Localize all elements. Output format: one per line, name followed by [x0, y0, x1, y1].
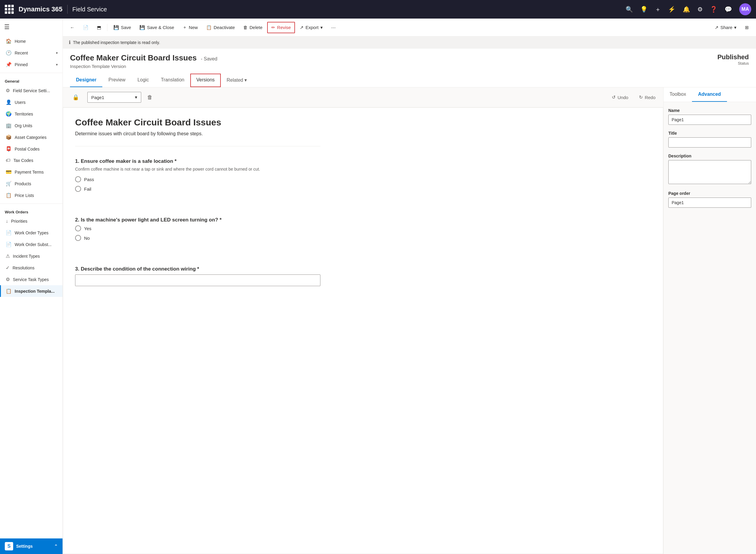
delete-page-button[interactable]: 🗑: [145, 92, 155, 103]
tab-preview[interactable]: Preview: [102, 74, 131, 87]
tab-logic[interactable]: Logic: [131, 74, 155, 87]
add-icon[interactable]: ＋: [655, 5, 661, 13]
revise-button[interactable]: ✏ Revise: [267, 22, 295, 33]
search-icon[interactable]: 🔍: [626, 6, 633, 13]
notification-icon[interactable]: 🔔: [683, 6, 690, 13]
tab-related[interactable]: Related ▾: [221, 74, 253, 87]
sidebar-item-work-order-types[interactable]: 📄 Work Order Types: [0, 227, 63, 238]
sidebar-label-incident-types: Incident Types: [13, 254, 40, 259]
cmd-separator-1: [107, 24, 108, 31]
radio-pass[interactable]: Pass: [75, 176, 320, 182]
sidebar-item-payment-terms[interactable]: 💳 Payment Terms: [0, 166, 63, 178]
back-button[interactable]: ←: [66, 22, 78, 32]
sidebar-item-field-service-settings[interactable]: ⚙ Field Service Setti...: [0, 85, 63, 96]
radio-yes[interactable]: Yes: [75, 225, 320, 231]
save-close-button[interactable]: 💾 Save & Close: [136, 22, 178, 33]
tab-versions[interactable]: Versions: [190, 74, 220, 87]
sidebar-label-postal-codes: Postal Codes: [15, 147, 40, 152]
priority-icon: ↓: [6, 219, 8, 224]
sidebar-item-products[interactable]: 🛒 Products: [0, 178, 63, 189]
question-3-input[interactable]: [75, 274, 320, 286]
sidebar-label-price-lists: Price Lists: [15, 193, 34, 198]
sidebar-item-recent[interactable]: 🕐 Recent ▾: [0, 47, 63, 59]
user-avatar[interactable]: MA: [739, 3, 751, 15]
chat-icon[interactable]: 💬: [724, 6, 732, 13]
undo-button[interactable]: ↺ Undo: [609, 93, 631, 102]
page-order-input[interactable]: [668, 198, 751, 208]
sidebar-divider-1: [0, 73, 63, 73]
radio-label-no: No: [84, 235, 90, 241]
sidebar-label-home: Home: [15, 39, 26, 44]
deactivate-icon: 📋: [206, 25, 212, 30]
sidebar-label-resolutions: Resolutions: [12, 266, 35, 270]
brand-name[interactable]: Dynamics 365: [18, 5, 63, 13]
delete-button[interactable]: 🗑 Delete: [240, 22, 266, 32]
sidebar-item-users[interactable]: 👤 Users: [0, 96, 63, 108]
save-button[interactable]: 💾 Save: [110, 22, 135, 33]
sidebar-item-pinned[interactable]: 📌 Pinned ▾: [0, 59, 63, 70]
sidebar-item-priorities[interactable]: ↓ Priorities: [0, 216, 63, 227]
sidebar-settings-item[interactable]: S Settings ⌃: [0, 539, 63, 554]
resolution-icon: ✓: [6, 265, 10, 271]
tab-translation[interactable]: Translation: [155, 74, 191, 87]
page-dropdown[interactable]: Page1 ▾: [87, 92, 141, 103]
sidebar-item-inspection-templates[interactable]: 📋 Inspection Templa...: [0, 285, 63, 297]
sidebar-section-general: General: [0, 75, 63, 85]
page-view-button[interactable]: 📄: [79, 22, 92, 33]
filter-icon[interactable]: ⚡: [668, 6, 676, 13]
save-close-icon: 💾: [139, 25, 145, 30]
share-button[interactable]: ↗ Share ▾: [711, 22, 740, 33]
radio-no[interactable]: No: [75, 235, 320, 241]
name-input[interactable]: [668, 115, 751, 125]
chevron-down-icon-2: ▾: [56, 63, 58, 67]
layout-toggle-button[interactable]: ⊞: [741, 22, 752, 33]
question-1-desc: Confirm coffee machine is not near a tap…: [75, 167, 320, 171]
sidebar-item-territories[interactable]: 🌍 Territories: [0, 108, 63, 120]
right-tab-advanced[interactable]: Advanced: [692, 88, 727, 102]
pin-icon: 📌: [6, 62, 12, 67]
sidebar-label-recent: Recent: [15, 51, 28, 55]
sidebar-item-work-order-subst[interactable]: 📄 Work Order Subst...: [0, 238, 63, 250]
right-tab-toolbox[interactable]: Toolbox: [664, 88, 692, 102]
export-button[interactable]: ↗ Export ▾: [296, 22, 326, 33]
canvas-inner: Coffee Maker Circuit Board Issues Determ…: [75, 117, 320, 291]
sidebar-item-home[interactable]: 🏠 Home: [0, 35, 63, 47]
deactivate-button[interactable]: 📋 Deactivate: [202, 22, 239, 33]
sidebar-label-tax-codes: Tax Codes: [13, 158, 33, 163]
export-icon: ↗: [300, 25, 304, 30]
sidebar-item-resolutions[interactable]: ✓ Resolutions: [0, 262, 63, 274]
page-name-label: Page1: [91, 95, 104, 100]
app-launcher-icon[interactable]: [5, 5, 14, 14]
description-textarea[interactable]: [668, 160, 751, 184]
redo-button[interactable]: ↻ Redo: [636, 93, 658, 102]
sidebar-label-org-units: Org Units: [15, 123, 32, 128]
sidebar-item-service-task-types[interactable]: ⚙ Service Task Types: [0, 274, 63, 285]
sidebar-item-asset-categories[interactable]: 📦 Asset Categories: [0, 131, 63, 143]
tax-icon: 🏷: [6, 158, 10, 163]
tab-designer[interactable]: Designer: [70, 74, 102, 87]
user-icon: 👤: [6, 99, 12, 105]
description-field-label: Description: [668, 154, 751, 158]
open-in-new-button[interactable]: ⬒: [93, 22, 105, 33]
sidebar-toggle[interactable]: ☰: [0, 18, 63, 35]
sidebar-item-org-units[interactable]: 🏢 Org Units: [0, 120, 63, 131]
radio-fail[interactable]: Fail: [75, 186, 320, 192]
page-order-field-label: Page order: [668, 191, 751, 196]
status-label: Published: [717, 53, 749, 61]
title-input[interactable]: [668, 137, 751, 148]
lightbulb-icon[interactable]: 💡: [640, 6, 648, 13]
settings-icon[interactable]: ⚙: [697, 6, 703, 13]
more-options-button[interactable]: ⋯: [328, 22, 339, 33]
sidebar-label-wo-types: Work Order Types: [15, 230, 49, 235]
sidebar-item-price-lists[interactable]: 📋 Price Lists: [0, 189, 63, 201]
revise-icon: ✏: [271, 25, 275, 30]
sidebar-item-postal-codes[interactable]: 📮 Postal Codes: [0, 143, 63, 155]
sidebar-item-tax-codes[interactable]: 🏷 Tax Codes: [0, 155, 63, 166]
chevron-down-icon: ▾: [56, 51, 58, 55]
sidebar-item-incident-types[interactable]: ⚠ Incident Types: [0, 250, 63, 262]
question-3-title: 3. Describe the condition of the connect…: [75, 266, 320, 272]
new-button[interactable]: ＋ New: [179, 22, 201, 33]
cmd-right: ↗ Share ▾ ⊞: [711, 22, 752, 33]
settings-gear-icon: ⚙: [6, 88, 10, 93]
help-icon[interactable]: ❓: [710, 6, 717, 13]
